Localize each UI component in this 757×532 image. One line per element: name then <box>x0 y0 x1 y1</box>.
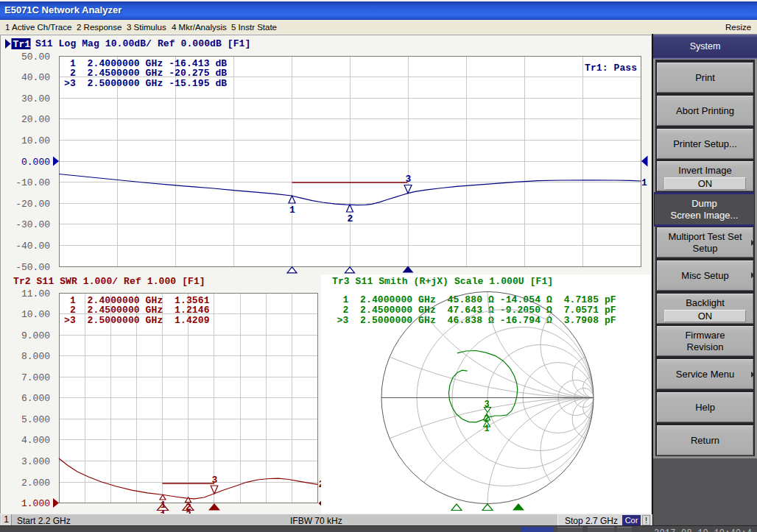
svg-text:S11 Log Mag 10.00dB/ Ref 0.000: S11 Log Mag 10.00dB/ Ref 0.000dB [F1] <box>35 38 250 49</box>
svg-text:30.00: 30.00 <box>21 93 50 104</box>
svg-text:Tr2 S11 SWR 1.000/ Ref 1.000 [: Tr2 S11 SWR 1.000/ Ref 1.000 [F1] <box>13 276 205 287</box>
svg-text:50.00: 50.00 <box>21 52 50 63</box>
svg-text:Tr3 S11 Smith (R+jX) Scale 1.0: Tr3 S11 Smith (R+jX) Scale 1.000U [F1] <box>332 276 553 287</box>
svg-text:9.000: 9.000 <box>21 330 50 341</box>
svg-text:10.00: 10.00 <box>21 135 50 146</box>
svg-text:8.000: 8.000 <box>21 351 50 362</box>
svg-text:1: 1 <box>289 205 295 216</box>
svg-text:7.000: 7.000 <box>21 372 50 383</box>
svg-text:20.00: 20.00 <box>21 114 50 125</box>
svg-text:>3 2.5000000 GHz -15.195 dB: >3 2.5000000 GHz -15.195 dB <box>64 78 227 89</box>
svg-text:Tr1: Tr1 <box>13 39 31 50</box>
svg-text:6.000: 6.000 <box>21 393 50 404</box>
svg-text:2.000: 2.000 <box>21 478 50 489</box>
svg-text:0.000: 0.000 <box>21 157 50 168</box>
svg-text:1: 1 <box>485 424 490 434</box>
svg-text:>3 2.5000000 GHz 46.838 Ω -1: >3 2.5000000 GHz 46.838 Ω -16.794 Ω 3.79… <box>337 315 616 326</box>
svg-text:-30.00: -30.00 <box>15 219 50 230</box>
svg-text:-10.00: -10.00 <box>15 177 50 188</box>
svg-text:11.00: 11.00 <box>21 288 50 299</box>
svg-text:40.00: 40.00 <box>21 72 50 83</box>
svg-text:10.00: 10.00 <box>21 309 50 320</box>
svg-text:3.000: 3.000 <box>21 456 50 467</box>
svg-text:4.000: 4.000 <box>21 435 50 446</box>
svg-text:1: 1 <box>641 177 647 188</box>
svg-text:1 2.4000000 GHz 45.880 Ω -14: 1 2.4000000 GHz 45.880 Ω -14.054 Ω 4.718… <box>337 294 616 305</box>
svg-text:-20.00: -20.00 <box>15 199 50 210</box>
svg-text:-40.00: -40.00 <box>15 241 50 252</box>
svg-text:>3 2.5000000 GHz 1.4209: >3 2.5000000 GHz 1.4209 <box>64 315 210 326</box>
svg-text:5.000: 5.000 <box>21 414 50 425</box>
svg-text:1.000: 1.000 <box>21 498 50 509</box>
svg-text:3: 3 <box>406 174 412 185</box>
svg-text:-50.00: -50.00 <box>15 262 50 273</box>
svg-text:2 2.4500000 GHz 47.643 Ω -9.: 2 2.4500000 GHz 47.643 Ω -9.2050 Ω 7.057… <box>337 305 616 316</box>
svg-text:Tr1: Pass: Tr1: Pass <box>585 63 637 74</box>
svg-text:2: 2 <box>348 213 353 224</box>
svg-text:3: 3 <box>212 475 218 486</box>
